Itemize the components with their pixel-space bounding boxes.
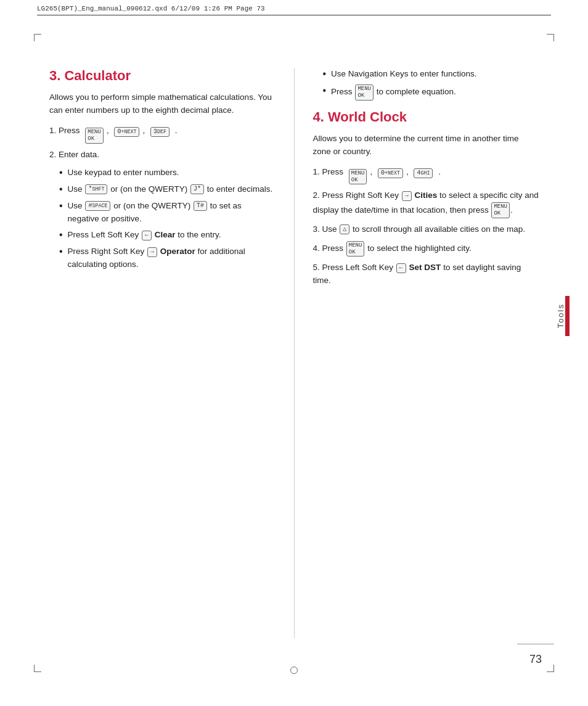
corner-mark-tl: [34, 34, 41, 41]
wc-step4-text: 4. Press MENUOK to select the highlighte…: [313, 244, 472, 253]
wc-step2: 2. Press Right Soft Key → Cities to sele…: [313, 189, 539, 218]
bullet-dot-r2: •: [323, 84, 327, 97]
header-text: LG265(BPT)_Eng_manual_090612.qxd 6/12/09…: [37, 5, 265, 12]
calc-bullet-1: • Use keypad to enter numbers.: [59, 166, 276, 179]
wc-period: .: [436, 166, 441, 179]
left-column: 3. Calculator Allows you to perform simp…: [49, 49, 276, 657]
calc-bullet-4-text: Press Left Soft Key ← Clear to the entry…: [68, 229, 221, 242]
calc-bullet-list: • Use keypad to enter numbers. • Use *SH…: [59, 166, 276, 271]
tools-red-bar: [565, 296, 570, 336]
wc-step1-prefix: 1. Press: [313, 166, 346, 179]
calc-bullet-5: • Press Right Soft Key → Operator for ad…: [59, 245, 276, 271]
bullet-dot-r1: •: [323, 68, 327, 81]
key-nav-up: △: [340, 224, 349, 234]
corner-mark-br: [547, 665, 554, 672]
wc-step3-text: 3. Use △ to scroll through all available…: [313, 224, 525, 234]
calc-step1-prefix: 1. Press: [49, 125, 82, 138]
key-right-soft-wc: →: [402, 191, 412, 201]
key-left-soft-1: ←: [142, 231, 152, 240]
key-menu-ok-2: MENUOK: [355, 84, 374, 101]
calc-step2-text: 2. Enter data.: [49, 149, 99, 162]
comma-2: ,: [142, 125, 147, 138]
key-menu-ok-wc: MENUOK: [349, 169, 367, 185]
header-bar: LG265(BPT)_Eng_manual_090612.qxd 6/12/09…: [37, 5, 551, 15]
worldclock-intro: Allows you to determine the current time…: [313, 133, 539, 158]
calc-bullet-4: • Press Left Soft Key ← Clear to the ent…: [59, 229, 276, 242]
wc-comma-2: ,: [406, 166, 411, 179]
wc-step3: 3. Use △ to scroll through all available…: [313, 223, 539, 236]
wc-comma-1: ,: [370, 166, 375, 179]
wc-step2-text: 2. Press Right Soft Key → Cities to sele…: [313, 191, 539, 214]
key-0next-wc: 0+NEXT: [378, 168, 403, 178]
calc-bullet-3-text: Use #SPACE or (on the QWERTY) T# to set …: [68, 200, 276, 226]
calc-bullet-1-text: Use keypad to enter numbers.: [68, 166, 179, 179]
key-t: T#: [194, 201, 207, 211]
right-top-bullets: • Use Navigation Keys to enter functions…: [323, 68, 539, 101]
key-j: J*: [190, 184, 204, 194]
calculator-intro: Allows you to perform simple mathematica…: [49, 91, 276, 117]
key-menu-ok-1: MENUOK: [85, 128, 104, 144]
bullet-dot-4: •: [59, 229, 63, 242]
right-bullet-2-text: Press MENUOK to complete equation.: [331, 84, 456, 101]
calc-bullet-5-text: Press Right Soft Key → Operator for addi…: [68, 245, 276, 271]
column-divider: [294, 68, 295, 638]
key-4ghi: 4GHI: [414, 168, 433, 178]
key-space: #SPACE: [85, 201, 110, 211]
calc-bullet-2: • Use *SHFT or (on the QWERTY) J* to ent…: [59, 183, 276, 196]
key-right-soft-1: →: [147, 247, 157, 257]
main-content: 3. Calculator Allows you to perform simp…: [49, 49, 539, 657]
bullet-dot-3: •: [59, 200, 63, 213]
key-menu-ok-wc2: MENUOK: [491, 202, 510, 218]
right-bullet-2: • Press MENUOK to complete equation.: [323, 84, 539, 101]
right-bullet-1: • Use Navigation Keys to enter functions…: [323, 68, 539, 81]
wc-step4: 4. Press MENUOK to select the highlighte…: [313, 241, 539, 257]
comma-1: ,: [107, 125, 112, 138]
wc-step5: 5. Press Left Soft Key ← Set DST to set …: [313, 261, 539, 287]
right-bullet-1-text: Use Navigation Keys to enter functions.: [331, 68, 476, 81]
key-shift: *SHFT: [85, 184, 107, 194]
tools-sidebar: Tools: [552, 296, 570, 336]
calc-step2: 2. Enter data.: [49, 149, 276, 162]
calculator-title: 3. Calculator: [49, 68, 276, 84]
key-left-soft-wc: ←: [396, 263, 406, 273]
wc-step5-text: 5. Press Left Soft Key ← Set DST to set …: [313, 263, 521, 285]
bottom-center-mark: [290, 667, 298, 674]
key-3def: 3DEF: [150, 127, 169, 137]
calc-bullet-2-text: Use *SHFT or (on the QWERTY) J* to enter…: [68, 183, 273, 196]
key-0next-1: 0+NEXT: [114, 127, 139, 137]
calc-step1: 1. Press MENUOK , 0+NEXT , 3DEF .: [49, 125, 276, 144]
bullet-dot-1: •: [59, 166, 63, 179]
bullet-dot-2: •: [59, 183, 63, 196]
worldclock-title: 4. World Clock: [313, 109, 539, 125]
bullet-dot-5: •: [59, 245, 63, 258]
corner-mark-bl: [34, 665, 41, 672]
key-menu-ok-wc3: MENUOK: [346, 241, 365, 257]
corner-mark-tr: [547, 34, 554, 41]
tools-label: Tools: [552, 303, 565, 328]
period-1: .: [173, 125, 178, 138]
calc-bullet-3: • Use #SPACE or (on the QWERTY) T# to se…: [59, 200, 276, 226]
right-column: • Use Navigation Keys to enter functions…: [313, 49, 539, 657]
wc-step1: 1. Press MENUOK , 0+NEXT , 4GHI .: [313, 166, 539, 185]
